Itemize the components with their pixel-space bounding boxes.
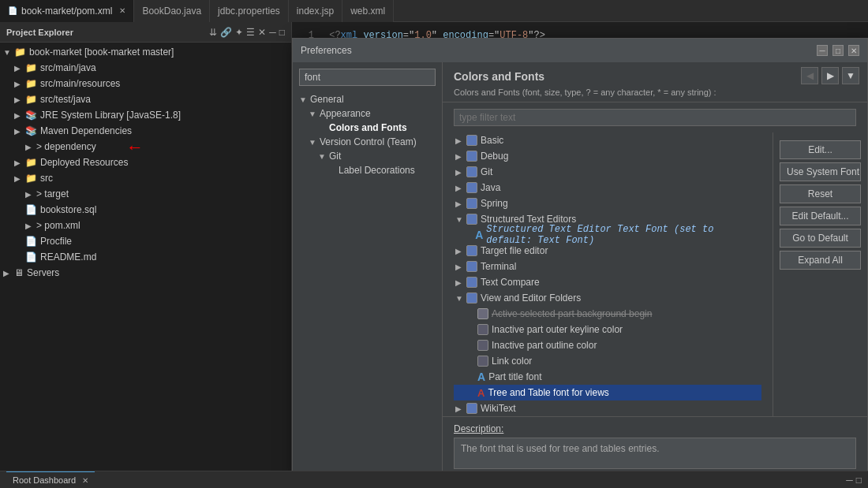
dialog-maximize-btn[interactable]: □ (832, 45, 844, 56)
folder-icon: 📁 (25, 173, 37, 184)
tree-arrow-icon: ▶ (25, 190, 36, 199)
nav-appearance[interactable]: ▼ Appearance (293, 106, 442, 121)
ct-item-wikitext[interactable]: ▶ WikiText (454, 400, 761, 416)
ct-item-active-selected[interactable]: Active selected part background begin (454, 306, 761, 322)
filter-input[interactable] (454, 109, 856, 126)
file-icon: 📄 (25, 251, 37, 263)
ct-item-basic[interactable]: ▶ Basic (454, 132, 761, 148)
edit-default-btn[interactable]: Edit Default... (780, 207, 861, 225)
font-a-icon: A (477, 371, 485, 383)
file-icon: 📄 (25, 204, 37, 215)
tree-item[interactable]: ▶ 📚 JRE System Library [JavaSE-1.8] (0, 107, 291, 123)
go-to-default-btn[interactable]: Go to Default (780, 229, 861, 248)
tree-arrow-icon: ▶ (14, 158, 25, 167)
ct-item-tree-table-font[interactable]: A Tree and Table font for views ← (454, 385, 761, 400)
ct-item-spring[interactable]: ▶ Spring (454, 196, 761, 211)
ct-item-structured-text-font[interactable]: A Structured Text Editor Text Font (set … (454, 227, 761, 243)
close-panel-btn[interactable]: ✕ (258, 27, 266, 38)
content-area: Project Explorer ⇊ 🔗 ✦ ☰ ✕ ─ □ ▼ 📁 book-… (0, 22, 868, 471)
file-icon: 📄 (25, 236, 37, 247)
root-dashboard-tab[interactable]: Root Dashboard ✕ (6, 471, 95, 489)
minimize-btn[interactable]: ─ (269, 27, 276, 38)
ct-item-text-compare[interactable]: ▶ Text Compare (454, 274, 761, 290)
annotation-arrow: ← (126, 137, 144, 158)
maximize-btn[interactable]: □ (279, 27, 285, 38)
expand-all-btn[interactable]: Expand All (780, 251, 861, 270)
preferences-search-input[interactable] (299, 69, 436, 86)
tree-item[interactable]: 📄 Procfile (0, 233, 291, 249)
dialog-title: Preferences (301, 45, 352, 56)
tree-item[interactable]: ▶ 📁 src/main/resources (0, 76, 291, 91)
project-tree: ▼ 📁 book-market [book-market master] ▶ 📁… (0, 43, 291, 471)
menu-btn[interactable]: ☰ (246, 27, 255, 38)
back-btn[interactable]: ◀ (801, 67, 818, 84)
ct-item-debug[interactable]: ▶ Debug (454, 148, 761, 164)
dialog-close-btn[interactable]: ✕ (848, 45, 859, 56)
ct-arrow-icon: ▼ (455, 294, 466, 303)
tab-close-btn[interactable]: ✕ (119, 6, 125, 15)
tree-item[interactable]: ▶ 📁 src (0, 170, 291, 186)
action-buttons-panel: Edit... Use System Font Reset Edit Defau… (773, 132, 867, 416)
ct-arrow-icon: ▶ (455, 152, 466, 161)
color-swatch-icon (466, 198, 477, 209)
tab-jdbc[interactable]: jdbc.properties (210, 0, 289, 22)
maximize-all-btn[interactable]: □ (856, 475, 862, 486)
ct-item-link-color[interactable]: Link color (454, 353, 761, 369)
color-swatch-icon (466, 214, 477, 225)
xml-file-icon: 📄 (8, 6, 17, 15)
nav-colors-fonts[interactable]: Colors and Fonts (293, 121, 442, 135)
servers-item[interactable]: ▶ 🖥 Servers (0, 265, 291, 281)
tree-item[interactable]: ▶ 📚 Maven Dependencies (0, 123, 291, 139)
bottom-bar-controls: ─ □ (846, 475, 862, 486)
ct-item-view-editor[interactable]: ▼ View and Editor Folders (454, 290, 761, 306)
tab-bookdao[interactable]: BookDao.java (134, 0, 210, 22)
minimize-all-btn[interactable]: ─ (846, 475, 853, 486)
link-editor-btn[interactable]: 🔗 (220, 27, 232, 38)
tree-arrow-icon: ▶ (14, 174, 25, 183)
tree-arrow-icon: ▶ (14, 127, 25, 136)
dropdown-btn[interactable]: ▼ (842, 67, 859, 84)
tree-item[interactable]: ▶ 📁 src/test/java (0, 91, 291, 107)
ct-arrow-icon: ▼ (455, 215, 466, 224)
description-area: Description: The font that is used for t… (443, 416, 867, 471)
ct-item-inactive-outer[interactable]: Inactive part outer keyline color (454, 322, 761, 337)
collapse-all-btn[interactable]: ⇊ (209, 27, 217, 38)
tab-pom-xml[interactable]: 📄 book-market/pom.xml ✕ (0, 0, 134, 22)
tree-item[interactable]: 📄 README.md (0, 249, 291, 265)
edit-btn[interactable]: Edit... (780, 140, 861, 159)
ct-item-java[interactable]: ▶ Java (454, 180, 761, 196)
tree-item[interactable]: ▶ > target (0, 186, 291, 202)
reset-btn[interactable]: Reset (780, 184, 861, 203)
forward-btn[interactable]: ▶ (821, 67, 839, 84)
tree-item[interactable]: ▶ > dependency ← (0, 139, 291, 155)
deployed-resources-item[interactable]: ▶ 📁 Deployed Resources (0, 155, 291, 170)
new-btn[interactable]: ✦ (235, 27, 243, 38)
ct-item-part-title[interactable]: A Part title font (454, 369, 761, 385)
nav-version-control[interactable]: ▼ Version Control (Team) (293, 135, 442, 149)
dialog-minimize-btn[interactable]: ─ (817, 45, 828, 56)
ct-item-inactive-outline[interactable]: Inactive part outline color (454, 337, 761, 353)
tree-item[interactable]: ▶ 📁 src/main/java (0, 60, 291, 76)
tree-item[interactable]: ▶ > pom.xml (0, 218, 291, 233)
server-icon: 🖥 (14, 267, 24, 278)
nav-general[interactable]: ▼ General (293, 92, 442, 106)
tree-item[interactable]: 📄 bookstore.sql (0, 202, 291, 218)
nav-label-decorations[interactable]: Label Decorations (293, 163, 442, 177)
dialog-controls: ─ □ ✕ (817, 45, 859, 56)
ct-item-git[interactable]: ▶ Git (454, 164, 761, 180)
folder-icon: 📁 (25, 157, 37, 168)
color-swatch-icon (466, 292, 477, 304)
tree-item[interactable]: ▼ 📁 book-market [book-market master] (0, 44, 291, 60)
tab-index[interactable]: index.jsp (289, 0, 342, 22)
tab-webxml[interactable]: web.xml (342, 0, 394, 22)
bottom-tab-close[interactable]: ✕ (82, 476, 88, 485)
use-system-font-btn[interactable]: Use System Font (780, 162, 861, 181)
content-main: ▶ Basic ▶ Debug (443, 132, 867, 416)
square-color-icon (477, 324, 488, 335)
ct-arrow-icon: ▶ (455, 263, 466, 271)
tree-arrow-icon: ▶ (14, 95, 25, 104)
search-box (299, 69, 436, 86)
nav-git[interactable]: ▼ Git (293, 149, 442, 163)
panel-actions: ⇊ 🔗 ✦ ☰ ✕ ─ □ (209, 27, 285, 38)
ct-item-terminal[interactable]: ▶ Terminal (454, 259, 761, 274)
